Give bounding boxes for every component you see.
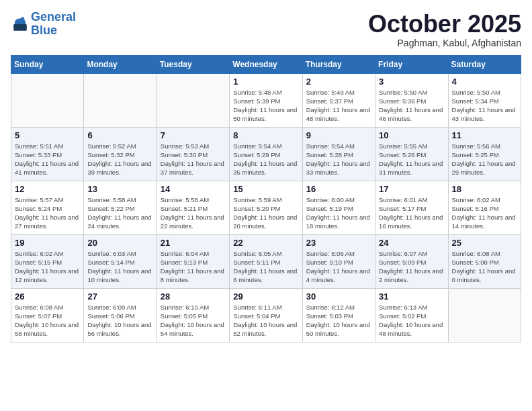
day-number: 11: [452, 130, 517, 140]
calendar-cell: 26Sunrise: 6:08 AMSunset: 5:07 PMDayligh…: [11, 288, 84, 342]
day-number: 29: [233, 291, 298, 302]
calendar-cell: 16Sunrise: 6:00 AMSunset: 5:19 PMDayligh…: [302, 181, 375, 234]
calendar-cell: [157, 73, 229, 127]
location-subtitle: Paghman, Kabul, Afghanistan: [368, 38, 521, 48]
title-block: October 2025 Paghman, Kabul, Afghanistan: [368, 11, 521, 48]
day-number: 21: [161, 238, 226, 248]
svg-rect-0: [13, 24, 27, 31]
day-info: Sunrise: 6:02 AMSunset: 5:15 PMDaylight:…: [15, 249, 80, 285]
calendar-cell: 21Sunrise: 6:04 AMSunset: 5:13 PMDayligh…: [157, 234, 229, 288]
calendar-cell: 22Sunrise: 6:05 AMSunset: 5:11 PMDayligh…: [230, 234, 302, 288]
day-info: Sunrise: 6:08 AMSunset: 5:07 PMDaylight:…: [15, 303, 80, 338]
weekday-header-row: SundayMondayTuesdayWednesdayThursdayFrid…: [11, 55, 521, 73]
day-number: 15: [233, 184, 298, 194]
day-number: 8: [233, 130, 298, 140]
weekday-header-monday: Monday: [84, 55, 157, 73]
day-number: 10: [379, 130, 444, 140]
calendar-cell: 17Sunrise: 6:01 AMSunset: 5:17 PMDayligh…: [375, 181, 448, 234]
day-info: Sunrise: 5:58 AMSunset: 5:22 PMDaylight:…: [87, 195, 152, 231]
weekday-header-sunday: Sunday: [11, 55, 84, 73]
day-number: 9: [306, 130, 371, 140]
day-info: Sunrise: 6:03 AMSunset: 5:14 PMDaylight:…: [87, 249, 152, 285]
day-info: Sunrise: 5:59 AMSunset: 5:20 PMDaylight:…: [233, 195, 298, 231]
calendar-cell: 25Sunrise: 6:08 AMSunset: 5:08 PMDayligh…: [448, 234, 521, 288]
day-number: 13: [87, 184, 152, 194]
calendar-cell: 9Sunrise: 5:54 AMSunset: 5:28 PMDaylight…: [302, 127, 375, 181]
day-info: Sunrise: 5:57 AMSunset: 5:24 PMDaylight:…: [15, 195, 80, 231]
day-number: 6: [87, 130, 152, 140]
calendar-week-row: 26Sunrise: 6:08 AMSunset: 5:07 PMDayligh…: [11, 288, 521, 342]
logo-icon: [11, 15, 30, 34]
calendar-cell: 7Sunrise: 5:53 AMSunset: 5:30 PMDaylight…: [157, 127, 229, 181]
day-number: 27: [87, 291, 152, 302]
day-info: Sunrise: 6:06 AMSunset: 5:10 PMDaylight:…: [306, 249, 371, 285]
day-info: Sunrise: 5:50 AMSunset: 5:34 PMDaylight:…: [452, 88, 517, 124]
day-info: Sunrise: 6:11 AMSunset: 5:04 PMDaylight:…: [233, 303, 298, 338]
day-info: Sunrise: 5:50 AMSunset: 5:36 PMDaylight:…: [379, 88, 444, 124]
day-info: Sunrise: 5:54 AMSunset: 5:28 PMDaylight:…: [306, 142, 371, 177]
calendar-cell: 13Sunrise: 5:58 AMSunset: 5:22 PMDayligh…: [84, 181, 157, 234]
calendar-cell: 2Sunrise: 5:49 AMSunset: 5:37 PMDaylight…: [302, 73, 375, 127]
day-number: 24: [379, 238, 444, 248]
calendar-cell: 18Sunrise: 6:02 AMSunset: 5:16 PMDayligh…: [448, 181, 521, 234]
day-number: 20: [87, 238, 152, 248]
month-title: October 2025: [368, 11, 521, 38]
day-info: Sunrise: 5:55 AMSunset: 5:26 PMDaylight:…: [379, 142, 444, 177]
day-number: 12: [15, 184, 80, 194]
weekday-header-saturday: Saturday: [448, 55, 521, 73]
day-info: Sunrise: 5:56 AMSunset: 5:25 PMDaylight:…: [452, 142, 517, 177]
day-info: Sunrise: 6:04 AMSunset: 5:13 PMDaylight:…: [161, 249, 226, 285]
day-number: 25: [452, 238, 517, 248]
calendar-cell: 29Sunrise: 6:11 AMSunset: 5:04 PMDayligh…: [230, 288, 302, 342]
day-info: Sunrise: 6:01 AMSunset: 5:17 PMDaylight:…: [379, 195, 444, 231]
day-info: Sunrise: 6:00 AMSunset: 5:19 PMDaylight:…: [306, 195, 371, 231]
day-info: Sunrise: 6:10 AMSunset: 5:05 PMDaylight:…: [161, 303, 226, 338]
day-number: 3: [379, 77, 444, 87]
calendar-cell: [11, 73, 84, 127]
day-number: 19: [15, 238, 80, 248]
day-info: Sunrise: 6:07 AMSunset: 5:09 PMDaylight:…: [379, 249, 444, 285]
calendar-cell: 8Sunrise: 5:54 AMSunset: 5:29 PMDaylight…: [230, 127, 302, 181]
day-number: 30: [306, 291, 371, 302]
logo: General Blue: [11, 11, 76, 38]
day-info: Sunrise: 6:09 AMSunset: 5:06 PMDaylight:…: [87, 303, 152, 338]
day-info: Sunrise: 5:58 AMSunset: 5:21 PMDaylight:…: [161, 195, 226, 231]
calendar-cell: 14Sunrise: 5:58 AMSunset: 5:21 PMDayligh…: [157, 181, 229, 234]
logo-general: General: [31, 10, 76, 24]
day-number: 2: [306, 77, 371, 87]
calendar-cell: 11Sunrise: 5:56 AMSunset: 5:25 PMDayligh…: [448, 127, 521, 181]
calendar-cell: 20Sunrise: 6:03 AMSunset: 5:14 PMDayligh…: [84, 234, 157, 288]
day-number: 22: [233, 238, 298, 248]
calendar-cell: 1Sunrise: 5:48 AMSunset: 5:39 PMDaylight…: [230, 73, 302, 127]
calendar-cell: 6Sunrise: 5:52 AMSunset: 5:32 PMDaylight…: [84, 127, 157, 181]
day-info: Sunrise: 5:49 AMSunset: 5:37 PMDaylight:…: [306, 88, 371, 124]
day-number: 17: [379, 184, 444, 194]
page-header: General Blue October 2025 Paghman, Kabul…: [11, 11, 521, 48]
day-info: Sunrise: 5:52 AMSunset: 5:32 PMDaylight:…: [87, 142, 152, 177]
calendar-cell: [84, 73, 157, 127]
logo-text: General Blue: [31, 11, 76, 38]
calendar-cell: 28Sunrise: 6:10 AMSunset: 5:05 PMDayligh…: [157, 288, 229, 342]
calendar-week-row: 19Sunrise: 6:02 AMSunset: 5:15 PMDayligh…: [11, 234, 521, 288]
day-number: 18: [452, 184, 517, 194]
weekday-header-thursday: Thursday: [302, 55, 375, 73]
calendar-cell: 4Sunrise: 5:50 AMSunset: 5:34 PMDaylight…: [448, 73, 521, 127]
weekday-header-tuesday: Tuesday: [157, 55, 229, 73]
calendar-cell: 15Sunrise: 5:59 AMSunset: 5:20 PMDayligh…: [230, 181, 302, 234]
calendar-cell: 30Sunrise: 6:12 AMSunset: 5:03 PMDayligh…: [302, 288, 375, 342]
day-info: Sunrise: 6:12 AMSunset: 5:03 PMDaylight:…: [306, 303, 371, 338]
day-number: 31: [379, 291, 444, 302]
calendar-cell: 23Sunrise: 6:06 AMSunset: 5:10 PMDayligh…: [302, 234, 375, 288]
day-number: 28: [161, 291, 226, 302]
calendar-cell: 27Sunrise: 6:09 AMSunset: 5:06 PMDayligh…: [84, 288, 157, 342]
calendar-cell: 24Sunrise: 6:07 AMSunset: 5:09 PMDayligh…: [375, 234, 448, 288]
calendar-cell: 31Sunrise: 6:13 AMSunset: 5:02 PMDayligh…: [375, 288, 448, 342]
day-number: 4: [452, 77, 517, 87]
day-number: 1: [233, 77, 298, 87]
day-info: Sunrise: 5:53 AMSunset: 5:30 PMDaylight:…: [161, 142, 226, 177]
calendar-week-row: 12Sunrise: 5:57 AMSunset: 5:24 PMDayligh…: [11, 181, 521, 234]
calendar-week-row: 5Sunrise: 5:51 AMSunset: 5:33 PMDaylight…: [11, 127, 521, 181]
calendar-week-row: 1Sunrise: 5:48 AMSunset: 5:39 PMDaylight…: [11, 73, 521, 127]
calendar-cell: 19Sunrise: 6:02 AMSunset: 5:15 PMDayligh…: [11, 234, 84, 288]
day-number: 14: [161, 184, 226, 194]
